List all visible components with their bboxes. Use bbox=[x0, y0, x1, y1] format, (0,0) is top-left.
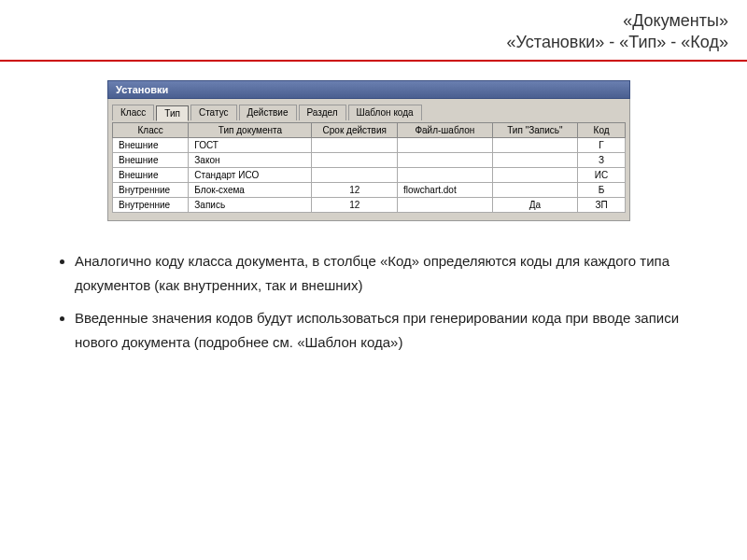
column-header[interactable]: Файл-шаблон bbox=[397, 123, 492, 138]
table-row[interactable]: ВнутренниеЗапись12ДаЗП bbox=[113, 198, 626, 213]
table-cell[interactable]: Внешние bbox=[113, 168, 189, 183]
data-grid[interactable]: КлассТип документаСрок действияФайл-шабл… bbox=[112, 122, 626, 213]
table-cell[interactable] bbox=[397, 198, 492, 213]
page-subtitle: «Установки» - «Тип» - «Код» bbox=[19, 33, 728, 52]
table-cell[interactable]: Да bbox=[492, 198, 578, 213]
table-cell[interactable] bbox=[397, 153, 492, 168]
table-cell[interactable]: Б bbox=[578, 183, 626, 198]
table-cell[interactable] bbox=[492, 183, 578, 198]
table-cell[interactable]: Стандарт ИСО bbox=[189, 168, 312, 183]
tab-Класс[interactable]: Класс bbox=[112, 105, 154, 120]
table-cell[interactable]: Запись bbox=[189, 198, 312, 213]
tab-Тип[interactable]: Тип bbox=[156, 105, 189, 121]
column-header[interactable]: Класс bbox=[113, 123, 189, 138]
table-cell[interactable]: 12 bbox=[312, 183, 398, 198]
tab-strip: КлассТипСтатусДействиеРазделШаблон кода bbox=[112, 105, 626, 120]
table-cell[interactable]: Закон bbox=[189, 153, 312, 168]
tab-Действие[interactable]: Действие bbox=[239, 105, 297, 120]
table-row[interactable]: ВнешниеЗаконЗ bbox=[113, 153, 626, 168]
table-cell[interactable] bbox=[312, 153, 398, 168]
description-list: Аналогично коду класса документа, в стол… bbox=[75, 249, 691, 354]
table-cell[interactable] bbox=[492, 153, 578, 168]
table-cell[interactable]: Внутренние bbox=[113, 183, 189, 198]
column-header[interactable]: Тип документа bbox=[189, 123, 312, 138]
table-row[interactable]: ВнутренниеБлок-схема12flowchart.dotБ bbox=[113, 183, 626, 198]
slide-header: «Документы» «Установки» - «Тип» - «Код» bbox=[0, 0, 747, 60]
table-cell[interactable]: ИС bbox=[578, 168, 626, 183]
table-cell[interactable] bbox=[492, 168, 578, 183]
table-cell[interactable]: Г bbox=[578, 138, 626, 153]
window-titlebar: Установки bbox=[107, 80, 630, 99]
table-row[interactable]: ВнешниеСтандарт ИСОИС bbox=[113, 168, 626, 183]
table-cell[interactable]: flowchart.dot bbox=[397, 183, 492, 198]
column-header[interactable]: Код bbox=[578, 123, 626, 138]
list-item: Аналогично коду класса документа, в стол… bbox=[75, 249, 691, 297]
grid-header-row: КлассТип документаСрок действияФайл-шабл… bbox=[113, 123, 626, 138]
table-cell[interactable]: 12 bbox=[312, 198, 398, 213]
table-cell[interactable]: Внешние bbox=[113, 138, 189, 153]
table-cell[interactable] bbox=[312, 168, 398, 183]
settings-window: Установки КлассТипСтатусДействиеРазделШа… bbox=[107, 80, 630, 221]
window-panel: КлассТипСтатусДействиеРазделШаблон кода … bbox=[107, 99, 630, 221]
divider bbox=[0, 60, 747, 62]
column-header[interactable]: Срок действия bbox=[312, 123, 398, 138]
table-row[interactable]: ВнешниеГОСТГ bbox=[113, 138, 626, 153]
table-cell[interactable]: Внешние bbox=[113, 153, 189, 168]
tab-Статус[interactable]: Статус bbox=[190, 105, 237, 120]
table-cell[interactable]: ГОСТ bbox=[189, 138, 312, 153]
table-cell[interactable] bbox=[397, 138, 492, 153]
table-cell[interactable]: Блок-схема bbox=[189, 183, 312, 198]
table-cell[interactable]: З bbox=[578, 153, 626, 168]
table-cell[interactable] bbox=[492, 138, 578, 153]
table-cell[interactable] bbox=[397, 168, 492, 183]
column-header[interactable]: Тип "Запись" bbox=[492, 123, 578, 138]
tab-Шаблон кода[interactable]: Шаблон кода bbox=[348, 105, 422, 120]
list-item: Введенные значения кодов будут использов… bbox=[75, 306, 691, 354]
table-cell[interactable] bbox=[312, 138, 398, 153]
table-cell[interactable]: Внутренние bbox=[113, 198, 189, 213]
table-cell[interactable]: ЗП bbox=[578, 198, 626, 213]
page-title: «Документы» bbox=[19, 11, 728, 31]
tab-Раздел[interactable]: Раздел bbox=[299, 105, 346, 120]
